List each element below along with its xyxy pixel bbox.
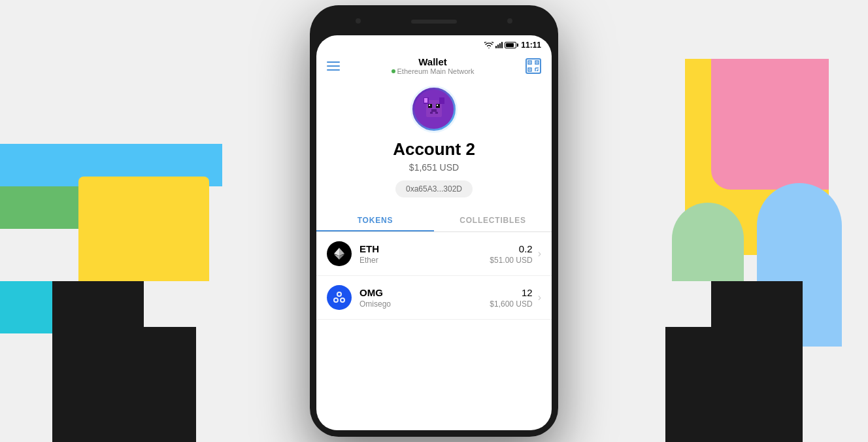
omg-token-icon <box>327 285 352 310</box>
tabs-container: TOKENS COLLECTIBLES <box>316 208 552 232</box>
svg-rect-18 <box>435 112 438 114</box>
phone-frame: 11:11 Wallet Ethereum Main Network <box>310 5 558 437</box>
token-item-omg[interactable]: OMG Omisego 12 $1,600 USD › <box>316 276 552 320</box>
header-center: Wallet Ethereum Main Network <box>392 56 475 75</box>
hamburger-line-2 <box>327 65 340 67</box>
battery-fill <box>506 43 514 47</box>
front-camera-left <box>356 18 361 24</box>
omg-balance: 12 $1,600 USD <box>490 287 532 309</box>
svg-rect-17 <box>430 112 433 114</box>
token-item-eth[interactable]: ETH Ether 0.2 $51.00 USD › <box>316 232 552 276</box>
svg-point-31 <box>341 299 344 301</box>
header-title: Wallet <box>392 56 475 67</box>
tab-tokens[interactable]: TOKENS <box>316 208 434 231</box>
signal-icon <box>495 42 503 48</box>
account-address[interactable]: 0xa65A3...302D <box>395 180 473 197</box>
svg-rect-16 <box>431 109 437 112</box>
tab-collectibles[interactable]: COLLECTIBLES <box>434 208 552 231</box>
hamburger-line-1 <box>327 61 340 63</box>
svg-rect-5 <box>529 69 531 70</box>
phone-speaker <box>411 20 457 24</box>
status-time: 11:11 <box>521 41 541 50</box>
hamburger-line-3 <box>327 69 340 71</box>
eth-name: Ether <box>359 256 490 265</box>
svg-rect-14 <box>429 105 430 106</box>
svg-rect-15 <box>437 105 438 106</box>
screen: 11:11 Wallet Ethereum Main Network <box>316 35 552 430</box>
bg-yellow-right <box>685 59 829 255</box>
svg-rect-4 <box>537 61 538 63</box>
eth-icon-svg <box>332 246 346 261</box>
account-usd-balance: $1,651 USD <box>409 162 459 173</box>
svg-rect-21 <box>424 98 427 103</box>
bg-black-left-1 <box>52 281 144 442</box>
bg-teal-bump <box>0 281 105 333</box>
omg-usd: $1,600 USD <box>490 299 532 309</box>
bg-green-right <box>672 203 744 281</box>
svg-rect-3 <box>529 61 531 63</box>
eth-token-info: ETH Ether <box>359 243 490 265</box>
svg-marker-22 <box>339 248 344 256</box>
omg-chevron-icon: › <box>538 292 541 303</box>
bg-yellow-left <box>78 177 209 281</box>
network-name: Ethereum Main Network <box>397 67 475 75</box>
status-icons: 11:11 <box>484 41 541 50</box>
front-camera-right <box>507 18 512 24</box>
omg-symbol: OMG <box>359 287 490 298</box>
app-header: Wallet Ethereum Main Network <box>316 52 552 80</box>
header-network: Ethereum Main Network <box>392 67 475 75</box>
svg-point-30 <box>335 299 337 301</box>
account-section: Account 2 $1,651 USD 0xa65A3...302D <box>316 80 552 208</box>
svg-point-29 <box>338 293 341 296</box>
omg-icon-svg <box>331 289 348 306</box>
network-status-dot <box>392 69 395 73</box>
bg-green-rect <box>0 186 190 229</box>
omg-amount: 12 <box>490 287 532 298</box>
eth-chevron-icon: › <box>538 248 541 260</box>
bg-black-right-2 <box>665 327 718 442</box>
hamburger-menu-button[interactable] <box>327 61 340 71</box>
avatar <box>410 86 458 133</box>
bg-black-left-2 <box>131 327 196 442</box>
account-name: Account 2 <box>393 139 475 160</box>
eth-balance: 0.2 $51.00 USD <box>490 243 532 265</box>
eth-symbol: ETH <box>359 243 490 254</box>
avatar-image <box>414 90 454 129</box>
bg-black-right-1 <box>711 281 803 442</box>
svg-rect-20 <box>439 97 444 104</box>
status-bar: 11:11 <box>316 35 552 52</box>
qr-scan-button[interactable] <box>526 58 541 74</box>
eth-token-icon <box>327 241 352 266</box>
bg-pink-right <box>711 59 829 190</box>
eth-amount: 0.2 <box>490 243 532 254</box>
wifi-icon <box>484 42 493 48</box>
omg-token-info: OMG Omisego <box>359 287 490 309</box>
phone-body: 11:11 Wallet Ethereum Main Network <box>310 5 558 437</box>
bg-blue-rect <box>0 144 222 186</box>
bg-blue-right <box>757 183 842 347</box>
omg-name: Omisego <box>359 299 490 309</box>
battery-icon <box>505 42 516 48</box>
svg-marker-23 <box>334 248 339 256</box>
eth-usd: $51.00 USD <box>490 256 532 265</box>
phone-top-bar <box>316 12 552 35</box>
token-list: ETH Ether 0.2 $51.00 USD › <box>316 232 552 430</box>
qr-scan-icon <box>527 60 539 72</box>
